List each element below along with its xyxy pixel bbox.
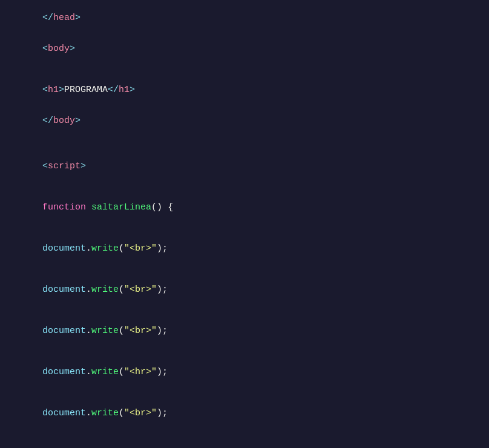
line-function-saltarlinea: function saltarLinea() { [0,182,489,223]
line-blank-1 [0,136,489,151]
line-doc-write-hr: document.write("<hr>"); [0,346,489,387]
line-2: <body> [0,33,489,64]
line-doc-write-br5: document.write("<br>"); [0,429,489,448]
line-3: <h1>PROGRAMA</h1> [0,64,489,105]
line-1: </head> [0,2,489,33]
line-4: </body> [0,105,489,136]
line-script-open: <script> [0,151,489,182]
line-doc-write-br3: document.write("<br>"); [0,305,489,346]
line-doc-write-br1: document.write("<br>"); [0,223,489,264]
line-doc-write-br4: document.write("<br>"); [0,387,489,429]
line-doc-write-br2: document.write("<br>"); [0,264,489,305]
code-editor: </head> <body> <h1>PROGRAMA</h1> </body>… [0,0,489,448]
